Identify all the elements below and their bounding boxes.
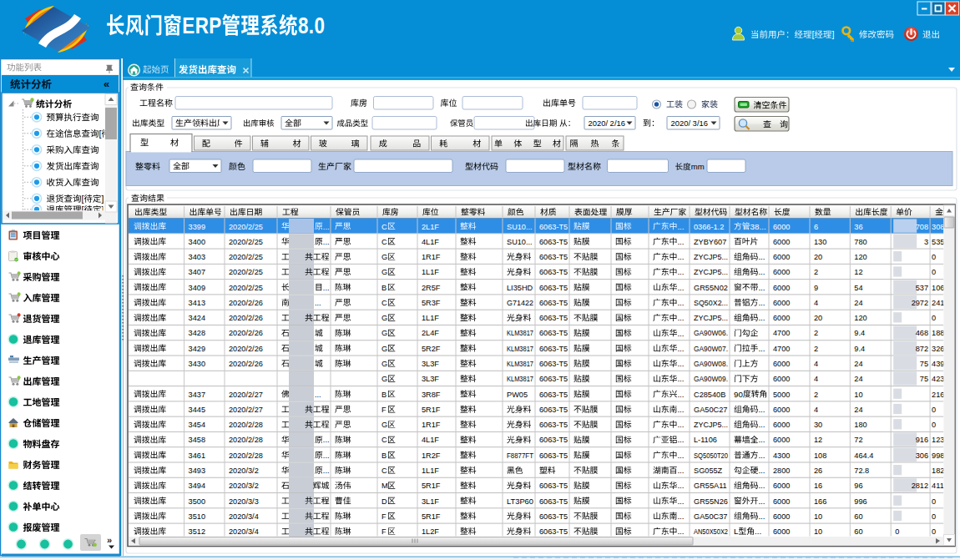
- svg-text:3L1F: 3L1F: [422, 497, 439, 506]
- svg-text:8.0: 8.0: [298, 13, 325, 38]
- svg-text:6063-T5: 6063-T5: [539, 284, 568, 292]
- svg-text:0: 0: [932, 253, 936, 261]
- svg-text:...: ...: [323, 452, 330, 460]
- svg-text:2: 2: [814, 345, 818, 353]
- svg-text:0: 0: [932, 497, 936, 506]
- svg-text:5000: 5000: [773, 391, 790, 399]
- svg-text:[: [: [82, 194, 84, 204]
- svg-text:1R2F: 1R2F: [422, 452, 441, 460]
- svg-text:996: 996: [854, 497, 867, 506]
- svg-text:2020/2/28: 2020/2/28: [229, 436, 263, 444]
- svg-text:G: G: [381, 360, 387, 368]
- svg-text:2: 2: [814, 391, 818, 399]
- svg-text:6063-T5: 6063-T5: [539, 452, 568, 460]
- svg-text:3400: 3400: [189, 238, 205, 246]
- svg-text:B: B: [381, 284, 387, 292]
- svg-text:GA90W06.: GA90W06.: [694, 329, 728, 337]
- svg-text:GA50C27: GA50C27: [694, 406, 727, 414]
- svg-text:3424: 3424: [189, 314, 205, 322]
- svg-text:...: ...: [677, 512, 684, 521]
- svg-text:L: L: [734, 527, 739, 536]
- svg-text:...: ...: [315, 391, 321, 399]
- svg-text:KLM3817: KLM3817: [507, 345, 533, 353]
- svg-text:G: G: [381, 375, 387, 383]
- svg-text:C: C: [381, 436, 387, 444]
- svg-text:1R1F: 1R1F: [422, 253, 441, 261]
- svg-text:KLM3817: KLM3817: [507, 360, 533, 368]
- svg-text:6063-T5: 6063-T5: [539, 482, 568, 490]
- svg-text:535: 535: [932, 238, 944, 246]
- svg-text:0366-1.2: 0366-1.2: [694, 223, 724, 231]
- svg-text:3494: 3494: [189, 482, 205, 490]
- svg-text:5R2F: 5R2F: [422, 345, 441, 353]
- svg-text:3445: 3445: [189, 406, 205, 414]
- svg-text:3500: 3500: [189, 497, 205, 506]
- svg-text:...: ...: [758, 435, 765, 444]
- svg-text:...: ...: [758, 497, 765, 506]
- svg-text:LI35HD: LI35HD: [507, 284, 533, 292]
- svg-text:6063-T5: 6063-T5: [539, 391, 568, 399]
- svg-text:123: 123: [932, 436, 944, 444]
- svg-text:6063-T5: 6063-T5: [539, 512, 568, 521]
- svg-text:6000: 6000: [773, 482, 790, 490]
- svg-text:...: ...: [758, 298, 765, 307]
- svg-text:468: 468: [916, 329, 928, 337]
- svg-text:6063-T5: 6063-T5: [539, 360, 568, 368]
- svg-text:4L1F: 4L1F: [422, 436, 439, 444]
- svg-text:780: 780: [854, 238, 867, 246]
- svg-text:3437: 3437: [189, 391, 205, 399]
- svg-text:5R1F: 5R1F: [422, 406, 441, 414]
- svg-text:5R1F: 5R1F: [422, 512, 441, 521]
- svg-text:3461: 3461: [189, 452, 205, 460]
- svg-text:6000: 6000: [773, 406, 790, 414]
- svg-text:5R3F: 5R3F: [422, 299, 441, 307]
- svg-text:...: ...: [758, 313, 765, 322]
- svg-text:2020/: 2020/: [589, 119, 609, 128]
- svg-text:998: 998: [932, 452, 944, 460]
- svg-text:3493: 3493: [189, 467, 205, 475]
- svg-text:75: 75: [920, 375, 928, 383]
- svg-text:2020/2/26: 2020/2/26: [229, 329, 263, 337]
- svg-text:24: 24: [854, 406, 862, 414]
- svg-text:3429: 3429: [189, 345, 205, 353]
- svg-text:16: 16: [814, 482, 822, 490]
- svg-text:GA90W09.: GA90W09.: [694, 375, 728, 383]
- svg-text:6063-T5: 6063-T5: [539, 436, 568, 444]
- svg-text:60: 60: [854, 512, 862, 521]
- svg-text:C: C: [381, 238, 387, 246]
- svg-text:GA50C37: GA50C37: [694, 512, 727, 521]
- svg-text:SG055Z: SG055Z: [694, 467, 723, 475]
- svg-text:G: G: [381, 345, 387, 353]
- svg-text:4: 4: [814, 299, 818, 307]
- svg-text:...: ...: [677, 252, 684, 261]
- svg-text:708: 708: [916, 223, 928, 231]
- svg-text:6000: 6000: [773, 436, 790, 444]
- svg-text:5R1F: 5R1F: [422, 482, 441, 490]
- svg-text:6063-T5: 6063-T5: [539, 497, 568, 506]
- svg-text:...: ...: [323, 284, 330, 292]
- svg-text:2020/2/25: 2020/2/25: [229, 284, 263, 292]
- svg-text:120: 120: [854, 253, 867, 261]
- svg-text:6063-T5: 6063-T5: [539, 268, 568, 276]
- svg-text:6000: 6000: [773, 527, 790, 536]
- svg-text:«: «: [104, 78, 109, 90]
- svg-text:3512: 3512: [189, 527, 205, 536]
- svg-text:36: 36: [854, 223, 862, 231]
- svg-text:3: 3: [924, 238, 928, 246]
- svg-text:GR55A11: GR55A11: [694, 482, 727, 490]
- svg-text:SU10...: SU10...: [507, 238, 533, 246]
- svg-text:3/16: 3/16: [693, 119, 708, 128]
- svg-text:ZYBY607: ZYBY607: [694, 238, 726, 246]
- svg-text:...: ...: [677, 374, 684, 383]
- svg-text:2020/2/27: 2020/2/27: [229, 406, 263, 414]
- svg-text:C: C: [381, 299, 387, 307]
- svg-text:KLM3817: KLM3817: [507, 375, 533, 383]
- svg-text:3403: 3403: [189, 253, 205, 261]
- svg-text:3L3F: 3L3F: [422, 360, 439, 368]
- svg-text:...: ...: [758, 451, 765, 460]
- svg-text:9: 9: [814, 284, 818, 292]
- svg-text:G: G: [381, 329, 387, 337]
- svg-text:241: 241: [932, 299, 944, 307]
- svg-text:464.4: 464.4: [854, 452, 873, 460]
- svg-text:4: 4: [814, 406, 818, 414]
